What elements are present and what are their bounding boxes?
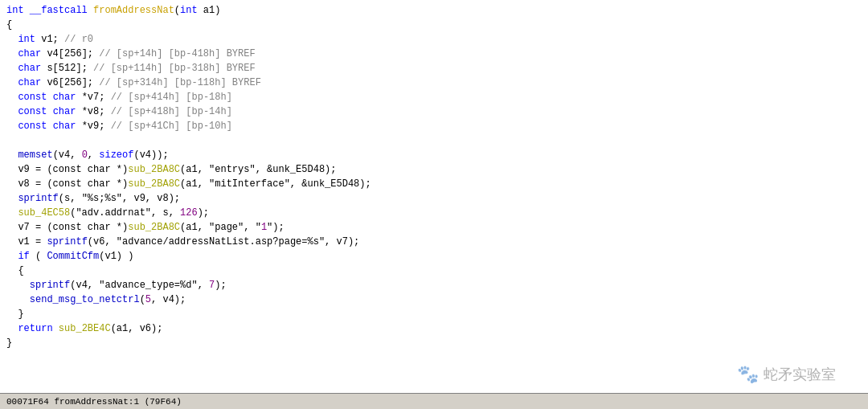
code-line: if ( CommitCfm(v1) ) <box>6 249 862 264</box>
code-line: sprintf(s, "%s;%s", v9, v8); <box>6 191 862 206</box>
code-editor: int __fastcall fromAddressNat(int a1){ i… <box>0 0 868 393</box>
code-line: char s[512]; // [sp+114h] [bp-318h] BYRE… <box>6 61 862 76</box>
status-text: 00071F64 fromAddressNat:1 (79F64) <box>6 397 182 407</box>
code-line <box>6 133 862 148</box>
code-line: sprintf(v4, "advance_type=%d", 7); <box>6 278 862 292</box>
code-line: v8 = (const char *)sub_2BA8C(a1, "mitInt… <box>6 177 862 191</box>
code-line: const char *v7; // [sp+414h] [bp-18h] <box>6 90 862 104</box>
code-line: v7 = (const char *)sub_2BA8C(a1, "page",… <box>6 220 862 235</box>
code-line: char v4[256]; // [sp+14h] [bp-418h] BYRE… <box>6 47 862 61</box>
code-line: return sub_2BE4C(a1, v6); <box>6 321 862 336</box>
code-line: const char *v9; // [sp+41Ch] [bp-10h] <box>6 119 862 133</box>
code-line: send_msg_to_netctrl(5, v4); <box>6 292 862 307</box>
code-line: } <box>6 307 862 321</box>
code-line: char v6[256]; // [sp+314h] [bp-118h] BYR… <box>6 76 862 90</box>
code-line: v9 = (const char *)sub_2BA8C(a1, "entrys… <box>6 162 862 177</box>
code-line: int __fastcall fromAddressNat(int a1) <box>6 3 862 18</box>
code-line: int v1; // r0 <box>6 32 862 47</box>
code-line: v1 = sprintf(v6, "advance/addressNatList… <box>6 235 862 249</box>
code-line: } <box>6 336 862 350</box>
code-line: const char *v8; // [sp+418h] [bp-14h] <box>6 104 862 119</box>
code-line: { <box>6 18 862 32</box>
code-line: sub_4EC58("adv.addrnat", s, 126); <box>6 206 862 220</box>
code-line: memset(v4, 0, sizeof(v4)); <box>6 148 862 162</box>
status-bar: 00071F64 fromAddressNat:1 (79F64) <box>0 393 868 409</box>
code-line: { <box>6 264 862 278</box>
